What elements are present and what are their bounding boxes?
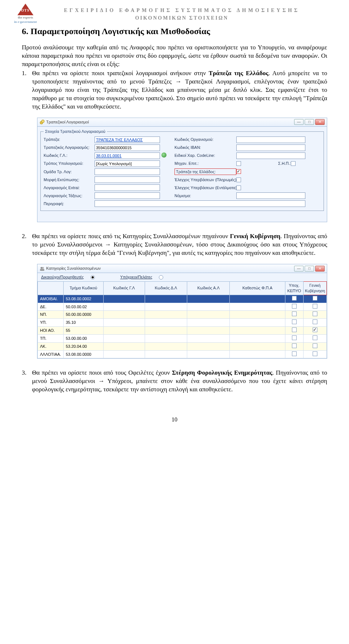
gov-checkbox[interactable]	[313, 296, 317, 301]
table-header: Υποχ. ΚΕΠΥΟ	[285, 282, 303, 295]
extrai-input[interactable]	[95, 184, 160, 191]
label-iban: Κωδικός IBAN:	[174, 145, 236, 150]
list-item-1: 1. Θα πρέπει να ορίσετε ποιοι τραπεζικοί…	[22, 69, 327, 111]
label-bank-of-greece: Τράπεζα της Ελλάδος:	[174, 168, 236, 175]
bank-accounts-window: Τραπεζικοί Λογαριασμοί — □ ✕ Στοιχεία Τρ…	[37, 118, 327, 223]
bank-input[interactable]	[95, 136, 160, 143]
kepyo-checkbox[interactable]	[292, 327, 297, 332]
radio-customers-label: Υπόχρεοι/Πελάτες	[120, 274, 152, 280]
table-row[interactable]: ΔΕ.50.03.00.02	[38, 303, 327, 311]
logo: the experts in e-government	[11, 4, 40, 24]
maximize-button[interactable]: □	[305, 119, 314, 125]
table-header: Κωδικός Α.Λ	[187, 282, 230, 295]
doc-header-line1: ΕΓΧΕΙΡΙΔΙΟ ΕΦΑΡΜΟΓΗΣ ΣΥΣΤΗΜΑΤΟΣ ΔΗΜΟΣΙΕΥ…	[36, 7, 327, 14]
table-row[interactable]: ΛΛΛΟΤΙΑΑ. 53.08.00.0000	[38, 350, 327, 358]
table-row[interactable]: ΗΟΙ ΑΟ.55	[38, 327, 327, 335]
check-pay-checkbox[interactable]	[236, 178, 241, 182]
kepyo-checkbox[interactable]	[292, 296, 297, 301]
label-gl-code: Κωδικός Γ.Λ.:	[44, 153, 95, 158]
shp-checkbox[interactable]	[291, 161, 296, 166]
gov-checkbox[interactable]	[313, 311, 317, 316]
group-input[interactable]	[95, 168, 160, 175]
list-item-2: 2. Θα πρέπει να ορίσετε ποιες από τις Κα…	[22, 232, 327, 257]
svg-point-1	[41, 120, 44, 123]
org-code-input[interactable]	[236, 136, 305, 143]
label-currency: Νόμισμα:	[174, 193, 236, 199]
label-bank: Τράπεζα:	[44, 137, 95, 142]
label-check-pay: Έλεγχος Υπερβάσεων (Πληρωμές):	[174, 177, 236, 183]
intro-paragraph: Προτού αναλύσουμε την καθεμία από τις Αν…	[22, 44, 327, 69]
table-header: Κωδικός Δ.Λ	[145, 282, 187, 295]
maximize-button-2[interactable]: □	[305, 266, 314, 272]
svg-rect-4	[40, 269, 44, 271]
fieldset-legend: Στοιχεία Τραπεζικού Λογαριασμού	[44, 129, 107, 134]
gov-checkbox[interactable]	[313, 343, 317, 348]
window-titlebar-2: Κατηγορίες Συναλλασσομένων — □ ✕	[37, 264, 327, 273]
label-codeline: Ειδικοί Χαρ. CodeLine:	[174, 153, 236, 158]
label-extrai: Λογαριασμός Extrai:	[44, 185, 95, 191]
table-header: Τμήμα Κωδικού	[63, 282, 103, 295]
table-row[interactable]: ΥΠ.35.10	[38, 319, 327, 327]
kepyo-checkbox[interactable]	[292, 351, 297, 356]
window-title-2: Κατηγορίες Συναλλασσομένων	[46, 266, 294, 271]
people-icon	[40, 266, 45, 271]
kepyo-checkbox[interactable]	[292, 304, 297, 309]
table-header: Καθεστώς Φ.Π.Α	[230, 282, 285, 295]
gl-code-input[interactable]	[95, 152, 160, 159]
kepyo-checkbox[interactable]	[292, 311, 297, 316]
currency-input[interactable]	[236, 192, 305, 199]
label-description: Περιγραφή:	[44, 201, 95, 207]
categories-table: Τμήμα ΚωδικούΚωδικός Γ.ΛΚωδικός Δ.ΛΚωδικ…	[37, 281, 327, 358]
mech-check-checkbox[interactable]	[236, 161, 241, 166]
minimize-button[interactable]: —	[294, 119, 304, 125]
calc-method-input[interactable]	[95, 160, 160, 167]
radio-suppliers-label: Δικαιούχοι/Προμηθευτές	[41, 274, 84, 280]
kepyo-checkbox[interactable]	[292, 319, 297, 324]
table-row[interactable]: ΤΠ.53.00.00.00	[38, 334, 327, 342]
bank-of-greece-checkbox[interactable]	[236, 169, 241, 174]
label-check-ent: Έλεγχος Υπερβάσεων (Εντάλματα):	[174, 185, 236, 191]
label-group: Ομάδα Τρ. Λογ:	[44, 169, 95, 175]
description-input[interactable]	[95, 200, 305, 207]
radio-suppliers[interactable]	[91, 275, 95, 280]
section-title: 6. Παραμετροποίηση Λογιστικής και Μισθοδ…	[22, 25, 327, 37]
label-mech-check: Μηχαν. Επιτ.:	[174, 161, 236, 166]
table-row[interactable]: ΛΚ.53.20.04.00	[38, 342, 327, 350]
table-header: Κωδικός Γ.Λ	[103, 282, 145, 295]
close-button-2[interactable]: ✕	[315, 266, 325, 272]
search-icon[interactable]	[160, 152, 174, 159]
print-format-input[interactable]	[95, 176, 160, 183]
tax-account-input[interactable]	[95, 192, 160, 199]
categories-window: Κατηγορίες Συναλλασσομένων — □ ✕ Δικαιού…	[37, 264, 327, 359]
gov-checkbox[interactable]	[313, 335, 317, 340]
label-account: Τραπεζικός Λογαριασμός:	[44, 145, 95, 150]
window-title: Τραπεζικοί Λογαριασμοί	[46, 119, 294, 125]
gov-checkbox[interactable]	[313, 319, 317, 324]
radio-customers[interactable]	[159, 275, 163, 280]
gov-checkbox[interactable]	[313, 351, 317, 356]
table-header: Γενική Κυβέρνηση	[303, 282, 326, 295]
label-calc-method: Τρόπος Υπολογισμού:	[44, 161, 95, 166]
window-titlebar: Τραπεζικοί Λογαριασμοί — □ ✕	[37, 118, 327, 126]
table-header	[38, 282, 64, 295]
iban-input[interactable]	[236, 144, 305, 151]
table-row[interactable]: ΑΜΟΙΒΑΙ.53.08.00.0002	[38, 295, 327, 303]
close-button[interactable]: ✕	[315, 119, 325, 125]
gov-checkbox[interactable]	[313, 304, 317, 309]
kepyo-checkbox[interactable]	[292, 343, 297, 348]
list-item-3: 3. Θα πρέπει να ορίσετε ποιοι από τους Ο…	[22, 369, 327, 394]
coins-icon	[40, 119, 45, 125]
minimize-button-2[interactable]: —	[294, 266, 304, 272]
label-tax-account: Λογαριασμός Τάξεως:	[44, 193, 95, 199]
check-ent-checkbox[interactable]	[236, 186, 241, 190]
label-print-format: Μορφή Εκτύπωσης:	[44, 177, 95, 183]
gov-checkbox[interactable]	[313, 327, 317, 332]
kepyo-checkbox[interactable]	[292, 335, 297, 340]
label-org-code: Κωδικός Οργανισμού:	[174, 137, 236, 142]
label-shp: Σ.Η.Π.:	[269, 161, 291, 166]
page-number: 10	[22, 416, 327, 424]
codeline-input[interactable]	[236, 152, 305, 159]
account-input[interactable]	[95, 144, 160, 151]
table-row[interactable]: ΝΠ.50.00.00.0000	[38, 311, 327, 319]
svg-point-3	[42, 267, 44, 269]
